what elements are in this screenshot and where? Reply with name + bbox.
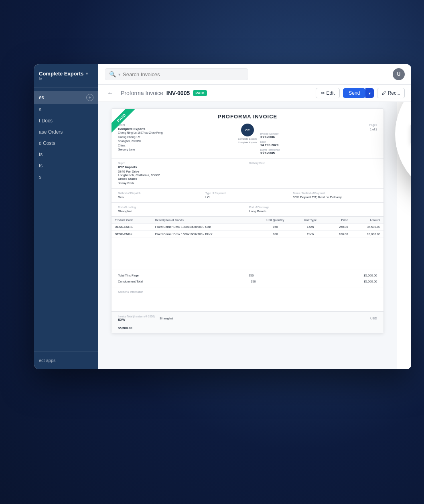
sidebar-nav: es + s t Docs ase Orders d Costs ts ts [34,88,98,351]
item-unit-2: Each [295,231,326,238]
footer-currency: USD [370,317,377,320]
sidebar-item-products-2[interactable]: ts [34,160,98,171]
date-label: Date [260,140,377,143]
doc-area: PAID PROFORMA INVOICE Seller Complete Ex… [98,102,397,369]
pages-value: 1 of 1 [260,128,377,131]
main-content: 🔍 ▾ U ← Proforma Invoice INV-0005 PAID ✏… [98,64,411,369]
line-items-section: Product Code Description of Goods Unit Q… [112,217,383,270]
sidebar-item-label: s [39,174,41,180]
port-loading-field: Port of Loading Shanghai [118,206,246,213]
date-field: Date 14 Feb 2020 [260,140,377,147]
consignment-total-row: Consignment Total 250 $5,500.00 [118,278,377,285]
buyer-ref-label: Buyer Reference [260,148,377,151]
seller-contact: Gregory Lane [118,148,235,152]
convert-to-export-docs-button[interactable]: Convert to Export Docs [410,123,411,145]
avatar: U [393,68,405,80]
convert-overlay: Convert to Export Docs [395,102,411,198]
paid-stamp: PAID [112,109,140,137]
sidebar-item-2[interactable]: s [34,104,98,115]
invoice-numbers: Pages 1 of 1 Invoice Number XYZ-0006 [260,124,377,155]
total-page-amount: $5,500.00 [364,274,377,277]
items-table: Product Code Description of Goods Unit Q… [112,217,383,270]
send-dropdown-button[interactable]: ▾ [365,88,374,98]
page-header: ← Proforma Invoice INV-0005 PAID ✏ Edit … [98,85,411,102]
breadcrumb-prefix: Proforma Invoice [121,90,163,96]
invoice-top-grid: Seller Complete Exports Chang Ning Lu 16… [118,124,377,155]
type-shipment-value: LCL [205,195,290,199]
sidebar-item-landed-costs[interactable]: d Costs [34,138,98,149]
connect-apps-link[interactable]: ect apps [39,356,93,364]
invoice-header: PROFORMA INVOICE Seller Complete Exports… [112,109,383,159]
port-loading-label: Port of Loading [118,206,246,209]
terms-value: 30% Deposit T/T, Rest on Delivery [293,195,377,199]
brand-subtitle: le [39,77,93,81]
sidebar: Complete Exports ▾ le es + s t Docs ase … [34,64,98,369]
footer-grid: Invoice Total (Incoterms® 2020) EXW Shan… [118,315,377,330]
port-discharge-field: Port of Discharge Long Beach [249,206,377,213]
item-price-1: 250.00 [326,224,351,231]
delivery-date-field: Delivery Date [249,162,377,185]
invoice-number-value: XYZ-0006 [260,135,377,139]
additional-info-section: Additional Information [112,287,383,311]
buyer-company: XYZ Imports [118,165,246,169]
consignment-amount: $5,500.00 [364,280,377,283]
item-unit-1: Each [295,224,326,231]
item-price-2: 180.00 [326,231,351,238]
total-page-qty: 250 [249,274,254,277]
sidebar-item-label: s [39,107,41,112]
table-row: DESK-CNR-L Fixed Corner Desk 1800x1800x9… [112,224,383,231]
pages-label: Pages [260,124,377,126]
date-value: 14 Feb 2020 [260,143,377,147]
sidebar-item-invoices[interactable]: es + [34,91,98,104]
page-title: Proforma Invoice INV-0005 PAID [121,90,207,96]
table-spacer-row [112,238,383,270]
item-qty-2: 100 [256,231,295,238]
sidebar-item-8[interactable]: s [34,171,98,183]
edit-button[interactable]: ✏ Edit [316,88,340,98]
app-window: Complete Exports ▾ le es + s t Docs ase … [34,64,411,369]
back-button[interactable]: ← [105,89,116,98]
search-box: 🔍 ▾ [105,68,248,80]
type-shipment-label: Type of Shipment [205,192,290,195]
additional-info-label: Additional Information [118,291,377,293]
invoice-title: PROFORMA INVOICE [118,114,377,120]
sidebar-item-products-1[interactable]: ts [34,149,98,160]
invoice-number-header: INV-0005 [166,90,190,96]
send-button[interactable]: Send [343,88,365,98]
company-logo: CE Complete Exports Complete Exports [238,124,257,144]
paid-badge: PAID [193,90,207,96]
port-discharge-label: Port of Discharge [249,206,377,209]
sidebar-item-label: t Docs [39,118,53,124]
record-button[interactable]: 🖊 Rec... [377,88,405,98]
invoice-document: PAID PROFORMA INVOICE Seller Complete Ex… [111,108,384,333]
sidebar-header: Complete Exports ▾ le [34,64,98,88]
logo-text: Complete Exports [238,138,257,140]
sidebar-item-label: ts [39,152,43,157]
edit-icon: ✏ [321,90,325,96]
col-product-code: Product Code [112,217,152,224]
ports-section: Port of Loading Shanghai Port of Dischar… [112,203,383,217]
footer-location: Shanghai [160,317,365,320]
footer-incoterms: Invoice Total (Incoterms® 2020) EXW [118,315,155,321]
item-amount-2: 18,000.00 [351,231,383,238]
header-actions: ✏ Edit Send ▾ 🖊 Rec... [316,88,405,98]
send-button-group: Send ▾ [343,88,374,98]
brand-name: Complete Exports [39,71,83,77]
port-loading-value: Shanghai [118,209,246,213]
table-row: DESK-CNR-L Fixed Corner Desk 1600x1600x7… [112,231,383,238]
col-price: Price [326,217,351,224]
buyer-ref-value: XYZ-0005 [260,151,377,155]
logo-subtext: Complete Exports [238,141,257,144]
search-dropdown-icon[interactable]: ▾ [118,72,120,77]
add-invoice-icon[interactable]: + [86,94,93,101]
footer-incoterms-label: Invoice Total (Incoterms® 2020) [118,315,155,318]
item-desc-2: Fixed Corner Desk 1600x1600x700 - Black [152,231,256,238]
sidebar-item-label: d Costs [39,140,55,146]
sidebar-item-purchase-orders[interactable]: ase Orders [34,126,98,138]
col-description: Description of Goods [152,217,256,224]
search-input[interactable] [123,71,244,77]
type-shipment-field: Type of Shipment LCL [205,192,290,199]
total-page-label: Total This Page [118,274,139,277]
sidebar-item-label: es [39,95,44,100]
sidebar-item-export-docs[interactable]: t Docs [34,115,98,126]
